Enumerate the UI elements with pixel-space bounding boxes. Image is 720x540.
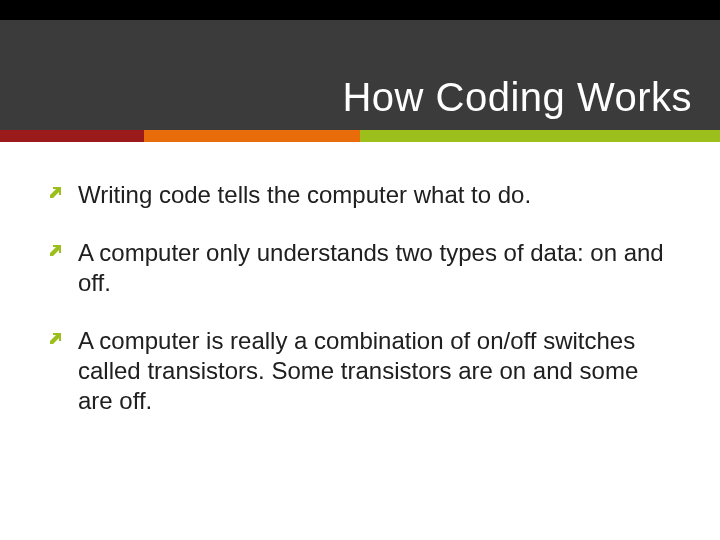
accent-segment-2 xyxy=(360,130,720,142)
bullet-text: A computer only understands two types of… xyxy=(78,238,672,298)
bullet-item: A computer only understands two types of… xyxy=(48,238,672,298)
bullet-item: A computer is really a combination of on… xyxy=(48,326,672,416)
arrow-icon xyxy=(48,184,64,200)
bullet-text: A computer is really a combination of on… xyxy=(78,326,672,416)
arrow-icon xyxy=(48,242,64,258)
header-top-strip xyxy=(0,0,720,20)
accent-bar xyxy=(0,130,720,142)
arrow-icon xyxy=(48,330,64,346)
bullet-text: Writing code tells the computer what to … xyxy=(78,180,672,210)
svg-marker-0 xyxy=(50,187,61,198)
svg-marker-1 xyxy=(50,245,61,256)
slide-body: Writing code tells the computer what to … xyxy=(0,142,720,464)
accent-segment-0 xyxy=(0,130,144,142)
slide-title: How Coding Works xyxy=(342,75,692,120)
slide-header: How Coding Works xyxy=(0,0,720,130)
bullet-item: Writing code tells the computer what to … xyxy=(48,180,672,210)
accent-segment-1 xyxy=(144,130,360,142)
svg-marker-2 xyxy=(50,333,61,344)
